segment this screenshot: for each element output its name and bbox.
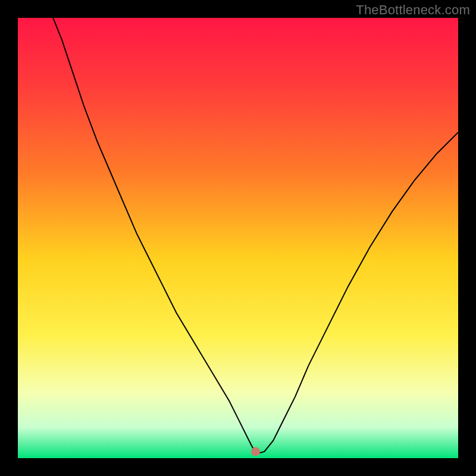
min-marker: [251, 447, 260, 456]
chart-svg: [18, 18, 458, 458]
plot-area: [18, 18, 458, 458]
gradient-rect: [18, 18, 458, 458]
watermark-text: TheBottleneck.com: [356, 2, 470, 18]
chart-frame: TheBottleneck.com: [0, 0, 476, 476]
